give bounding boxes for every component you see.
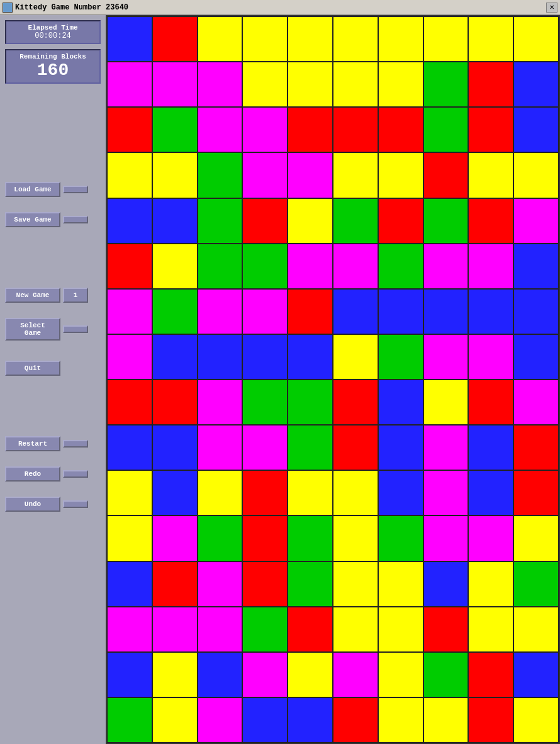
grid-cell[interactable]	[107, 244, 152, 289]
grid-cell[interactable]	[468, 62, 513, 107]
grid-cell[interactable]	[288, 198, 333, 244]
grid-cell[interactable]	[107, 152, 152, 198]
grid-cell[interactable]	[288, 425, 333, 470]
save-game-extra-button[interactable]	[63, 216, 88, 223]
select-game-button[interactable]: Select Game	[5, 318, 60, 341]
grid-cell[interactable]	[378, 152, 423, 198]
grid-cell[interactable]	[242, 380, 288, 425]
grid-cell[interactable]	[107, 107, 152, 152]
grid-cell[interactable]	[198, 152, 243, 198]
grid-cell[interactable]	[513, 107, 559, 152]
save-game-button[interactable]: Save Game	[5, 212, 60, 227]
grid-cell[interactable]	[468, 516, 513, 561]
grid-cell[interactable]	[333, 470, 378, 516]
grid-cell[interactable]	[423, 334, 469, 380]
grid-cell[interactable]	[513, 425, 559, 470]
grid-cell[interactable]	[468, 652, 513, 697]
grid-cell[interactable]	[468, 561, 513, 607]
grid-cell[interactable]	[423, 289, 469, 334]
new-game-button[interactable]: New Game	[5, 288, 60, 303]
grid-cell[interactable]	[333, 380, 378, 425]
grid-cell[interactable]	[242, 62, 288, 107]
grid-cell[interactable]	[468, 607, 513, 652]
grid-cell[interactable]	[378, 198, 423, 244]
grid-cell[interactable]	[152, 107, 198, 152]
grid-cell[interactable]	[423, 470, 469, 516]
grid-cell[interactable]	[198, 244, 243, 289]
grid-cell[interactable]	[468, 152, 513, 198]
grid-cell[interactable]	[152, 380, 198, 425]
grid-cell[interactable]	[423, 561, 469, 607]
grid-cell[interactable]	[107, 470, 152, 516]
undo-button[interactable]: Undo	[5, 497, 60, 512]
grid-cell[interactable]	[513, 244, 559, 289]
grid-cell[interactable]	[107, 334, 152, 380]
grid-cell[interactable]	[288, 652, 333, 697]
grid-cell[interactable]	[513, 334, 559, 380]
grid-cell[interactable]	[242, 652, 288, 697]
grid-cell[interactable]	[107, 561, 152, 607]
grid-cell[interactable]	[152, 652, 198, 697]
grid-cell[interactable]	[378, 561, 423, 607]
grid-cell[interactable]	[378, 516, 423, 561]
grid-cell[interactable]	[378, 607, 423, 652]
grid-cell[interactable]	[378, 425, 423, 470]
grid-cell[interactable]	[107, 198, 152, 244]
grid-cell[interactable]	[107, 652, 152, 697]
grid-cell[interactable]	[152, 516, 198, 561]
grid-cell[interactable]	[198, 561, 243, 607]
grid-cell[interactable]	[513, 516, 559, 561]
grid-cell[interactable]	[152, 561, 198, 607]
grid-cell[interactable]	[288, 289, 333, 334]
grid-cell[interactable]	[288, 244, 333, 289]
grid-cell[interactable]	[468, 289, 513, 334]
grid-cell[interactable]	[468, 16, 513, 62]
grid-cell[interactable]	[378, 470, 423, 516]
grid-cell[interactable]	[468, 697, 513, 743]
grid-cell[interactable]	[152, 607, 198, 652]
grid-cell[interactable]	[107, 425, 152, 470]
grid-cell[interactable]	[423, 152, 469, 198]
grid-cell[interactable]	[378, 107, 423, 152]
grid-cell[interactable]	[378, 289, 423, 334]
grid-cell[interactable]	[378, 62, 423, 107]
redo-button[interactable]: Redo	[5, 466, 60, 482]
grid-cell[interactable]	[152, 152, 198, 198]
grid-cell[interactable]	[242, 697, 288, 743]
grid-cell[interactable]	[198, 289, 243, 334]
new-game-number-button[interactable]: 1	[63, 288, 88, 303]
grid-cell[interactable]	[423, 516, 469, 561]
grid-cell[interactable]	[107, 516, 152, 561]
grid-cell[interactable]	[423, 62, 469, 107]
undo-extra-button[interactable]	[63, 500, 88, 508]
grid-cell[interactable]	[423, 244, 469, 289]
grid-cell[interactable]	[468, 334, 513, 380]
grid-cell[interactable]	[152, 16, 198, 62]
grid-cell[interactable]	[333, 244, 378, 289]
grid-cell[interactable]	[378, 652, 423, 697]
grid-cell[interactable]	[107, 697, 152, 743]
grid-cell[interactable]	[242, 16, 288, 62]
grid-cell[interactable]	[152, 198, 198, 244]
redo-extra-button[interactable]	[63, 470, 88, 478]
grid-cell[interactable]	[198, 334, 243, 380]
grid-cell[interactable]	[242, 244, 288, 289]
grid-cell[interactable]	[288, 697, 333, 743]
grid-cell[interactable]	[423, 380, 469, 425]
grid-cell[interactable]	[288, 380, 333, 425]
grid-cell[interactable]	[198, 107, 243, 152]
quit-button[interactable]: Quit	[5, 361, 60, 376]
grid-cell[interactable]	[333, 425, 378, 470]
grid-cell[interactable]	[242, 334, 288, 380]
grid-cell[interactable]	[198, 470, 243, 516]
grid-cell[interactable]	[152, 244, 198, 289]
grid-cell[interactable]	[242, 152, 288, 198]
grid-cell[interactable]	[198, 607, 243, 652]
grid-cell[interactable]	[198, 16, 243, 62]
grid-cell[interactable]	[423, 198, 469, 244]
grid-cell[interactable]	[513, 198, 559, 244]
grid-cell[interactable]	[107, 16, 152, 62]
grid-cell[interactable]	[242, 561, 288, 607]
load-game-extra-button[interactable]	[63, 186, 88, 193]
grid-cell[interactable]	[468, 107, 513, 152]
